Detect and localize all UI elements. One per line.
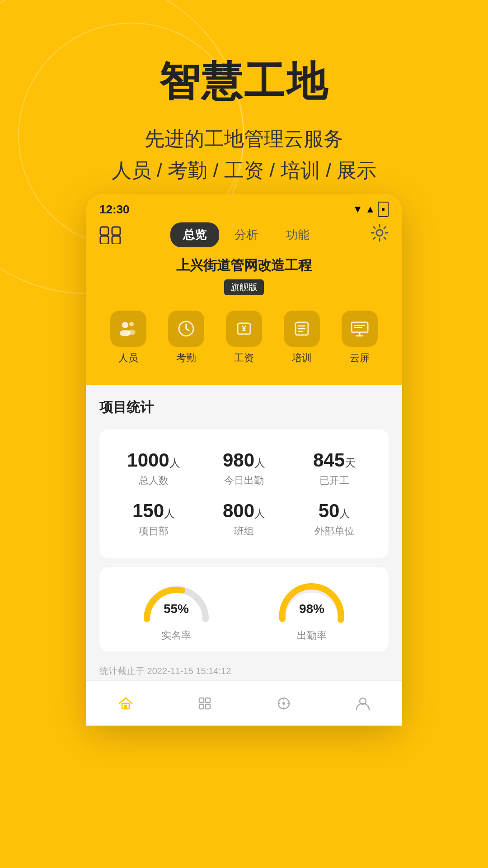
tab-analysis[interactable]: 分析 [222,222,271,247]
stat-days-open: 845天 已开工 [289,443,380,494]
svg-point-4 [376,230,383,236]
project-name: 上兴街道管网改造工程 [99,256,389,275]
screen-label: 云屏 [350,351,370,365]
nav-tabs: 总览 分析 功能 [99,222,389,247]
phone-header: 12:30 ▼ ▲ ▪ 总览 [86,194,402,385]
gauge-attendance-rate: 98% 出勤率 [276,580,348,642]
stat-label-1: 今日出勤 [199,474,289,487]
svg-rect-0 [100,227,108,235]
stat-number-5: 50人 [289,500,380,522]
salary-label: 工资 [234,351,254,365]
stats-grid: 1000人 总人数 980人 今日出勤 845天 已开工 [99,429,389,558]
gauge-realname-svg: 55% [140,580,212,623]
tab-function[interactable]: 功能 [273,222,322,247]
stat-label-5: 外部单位 [289,524,380,538]
func-salary[interactable]: ¥ 工资 [226,311,262,365]
tab-overview[interactable]: 总览 [170,222,219,247]
training-label: 培训 [292,351,312,365]
home-icon [117,695,134,712]
hero-subtitle-2: 人员 / 考勤 / 工资 / 培训 / 展示 [0,155,488,186]
settings-icon[interactable] [371,224,389,246]
gauge-attendance-label: 出勤率 [297,629,327,642]
svg-point-30 [282,702,285,705]
profile-icon [355,695,371,712]
wifi-icon: ▼ [353,203,363,215]
workbench-icon [197,695,213,712]
project-title-row: 上兴街道管网改造工程 旗舰版 [99,256,389,306]
stat-label-4: 班组 [199,524,289,538]
stat-number-2: 845天 [289,449,380,471]
stat-number-0: 1000人 [108,449,199,471]
status-bar: 12:30 ▼ ▲ ▪ [99,194,389,222]
stat-external: 50人 外部单位 [289,494,380,544]
stat-label-3: 项目部 [108,524,199,538]
stats-section-title: 项目统计 [99,398,389,417]
stat-number-1: 980人 [199,449,289,471]
stat-number-3: 150人 [108,500,199,522]
svg-rect-24 [124,705,127,709]
svg-text:98%: 98% [299,602,324,616]
function-icons: 人员 考勤 ¥ [99,306,389,376]
stat-label-2: 已开工 [289,474,380,487]
stat-total-people: 1000人 总人数 [108,443,199,494]
svg-rect-3 [112,236,120,244]
discover-icon [276,695,292,712]
svg-text:55%: 55% [164,602,189,616]
status-icons: ▼ ▲ ▪ [353,202,389,217]
func-attendance[interactable]: 考勤 [168,311,204,365]
func-training[interactable]: 培训 [284,311,320,365]
hero-title: 智慧工地 [0,54,488,109]
svg-point-5 [122,322,128,328]
phone-content: 项目统计 1000人 总人数 980人 今日出勤 845天 [86,385,402,693]
salary-icon: ¥ [226,311,262,347]
gauge-realname-label: 实名率 [161,629,191,642]
status-time: 12:30 [99,203,130,217]
gauge-realname-rate: 55% 实名率 [140,580,212,642]
phone-mockup: 12:30 ▼ ▲ ▪ 总览 [86,194,402,726]
gauge-attendance-svg: 98% [276,580,348,623]
personnel-icon [110,311,146,347]
tab-group[interactable]: 总览 分析 功能 [170,222,322,247]
attendance-icon [168,311,204,347]
svg-rect-26 [206,698,210,703]
bottom-nav-discover[interactable] [276,695,292,712]
svg-text:¥: ¥ [242,324,246,333]
svg-point-8 [127,330,136,335]
training-icon [284,311,320,347]
hero-section: 智慧工地 先进的工地管理云服务 人员 / 考勤 / 工资 / 培训 / 展示 [0,0,488,187]
attendance-label: 考勤 [176,351,196,365]
func-personnel[interactable]: 人员 [110,311,146,365]
hero-subtitle-1: 先进的工地管理云服务 [0,123,488,155]
bottom-nav-profile[interactable] [355,695,371,712]
bottom-nav[interactable] [86,680,402,726]
svg-rect-27 [199,704,204,709]
stat-today-attendance: 980人 今日出勤 [199,443,289,494]
bottom-nav-home[interactable] [117,695,134,712]
bottom-nav-workbench[interactable] [197,695,213,712]
stat-number-4: 800人 [199,500,289,522]
battery-icon: ▪ [378,202,389,217]
version-badge: 旗舰版 [224,279,264,295]
stat-dept: 150人 项目部 [108,494,199,544]
stat-label-0: 总人数 [108,474,199,487]
app-logo [99,226,122,244]
func-screen[interactable]: 云屏 [342,311,378,365]
svg-rect-1 [112,227,120,235]
svg-point-6 [129,322,134,326]
signal-icon: ▲ [365,203,375,215]
stat-team: 800人 班组 [199,494,289,544]
svg-rect-28 [206,704,210,709]
svg-rect-2 [100,236,108,244]
personnel-label: 人员 [118,351,138,365]
screen-icon [342,311,378,347]
svg-rect-25 [199,698,204,703]
gauge-row: 55% 实名率 98% 出勤率 [99,567,389,651]
